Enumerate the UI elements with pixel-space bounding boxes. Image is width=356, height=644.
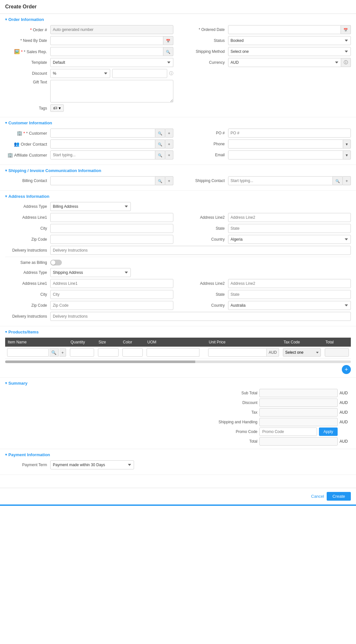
billing-address-line2-input[interactable] [228,213,351,222]
shipping-country-label: Country [183,303,228,308]
need-by-date-calendar-icon[interactable] [163,36,173,45]
shipping-invoice-title[interactable]: Shipping / Invoice Communication Informa… [5,168,351,173]
shipping-delivery-input[interactable] [50,312,351,321]
shipping-address-line2-input[interactable] [228,279,351,288]
horizontal-scrollbar[interactable] [5,360,351,363]
add-product-row-button[interactable]: + [342,365,351,374]
affiliate-search-icon[interactable] [155,150,165,159]
apply-button[interactable]: Apply [319,428,338,436]
template-select[interactable]: Default [50,58,173,67]
po-input[interactable] [228,129,351,138]
billing-address-line1-input[interactable]: North Fort Myers [50,213,173,222]
payment-section: Payment Information Payment Term Payment… [0,449,356,475]
sales-rep-label: 🖼️* * Sales Rep. [5,49,50,54]
payment-title[interactable]: Payment Information [5,452,351,457]
customer-information-title[interactable]: Customer Information [5,120,351,125]
affiliate-input[interactable] [50,150,155,159]
summary-title[interactable]: Summary [5,381,351,386]
billing-city-input[interactable]: Ioaria [50,224,173,233]
products-title[interactable]: Products/Items [5,330,351,334]
email-input[interactable]: littey94@gmail.com [228,150,343,159]
gift-text-textarea[interactable] [50,80,173,102]
col-total: Total [323,338,351,347]
shipping-city-input[interactable] [50,290,173,299]
customer-input[interactable]: Dreamland Bowl [50,129,155,138]
affiliate-add-icon[interactable]: + [165,150,173,159]
size-input[interactable] [98,348,119,357]
discount-value-input[interactable]: 0.00 [112,69,167,78]
shipping-method-select[interactable]: Select one [228,47,351,56]
shipping-contact-add-icon[interactable]: + [343,176,351,185]
payment-term-select[interactable]: Payment made within 30 Days [50,460,134,469]
need-by-date-input[interactable]: 07/09/2017 [50,36,163,45]
item-name-input[interactable]: Rivka Graphic [7,348,49,357]
color-input[interactable] [122,348,143,357]
quantity-input[interactable]: 100 [70,348,94,357]
same-as-billing-label: Same as Billing [5,260,50,265]
item-search-icon[interactable]: 🔍 [49,348,59,357]
sales-rep-search-icon[interactable] [163,47,173,56]
shipping-address-type-select[interactable]: Shipping Address [50,268,131,277]
billing-contact-input[interactable]: William Berenson [50,176,155,185]
total-currency: AUD [340,439,351,444]
order-contact-add-icon[interactable]: + [165,139,173,149]
shipping-country-select[interactable]: Australia Algeria [228,301,351,310]
billing-delivery-input[interactable] [50,246,351,255]
summary-section: Summary Sub Total 700000.00 AUD Discount… [0,378,356,449]
products-section: Products/Items Item Name Quantity Size C… [0,326,356,378]
email-label: Email [183,153,228,157]
billing-state-input[interactable] [228,224,351,233]
phone-input[interactable]: 789-55-362 [228,139,343,149]
payment-term-label: Payment Term [5,463,50,467]
tax-currency: AUD [340,410,351,415]
affiliate-label: 🏢Affiliate Customer [5,152,50,158]
shipping-address-line2-label: Address Line2 [183,281,228,286]
ordered-date-calendar-icon[interactable] [341,25,351,34]
status-select[interactable]: Booked Draft [228,36,351,45]
shipping-contact-input[interactable] [228,176,333,185]
same-as-billing-toggle[interactable] [50,260,62,265]
order-contact-label: 👥Order Contact [5,141,50,147]
billing-city-label: City [5,226,50,231]
order-information-title[interactable]: Order Information [5,17,351,22]
shipping-contact-search-icon[interactable] [333,176,343,185]
sales-rep-input[interactable]: Katie Dustin [50,47,163,56]
cancel-button[interactable]: Cancel [311,492,324,501]
customer-search-icon[interactable] [155,129,165,138]
customer-add-icon[interactable]: + [165,129,173,138]
uom-input[interactable]: Each [147,348,199,357]
tax-code-select[interactable]: Select one [283,348,321,357]
shipping-zip-label: Zip Code [5,303,50,308]
subtotal-value: 700000.00 [259,389,338,397]
ordered-date-label: * Ordered Date [183,27,228,32]
billing-country-select[interactable]: Algeria Australia [228,235,351,244]
shipping-zip-input[interactable] [50,301,173,310]
order-contact-search-icon[interactable] [155,139,165,149]
unit-price-input[interactable]: 7000.00 [208,348,267,357]
order-contact-input[interactable]: William Berenson [50,139,155,149]
billing-contact-add-icon[interactable]: + [165,176,173,185]
ordered-date-input[interactable]: 07/09/2017 [228,25,341,34]
item-add-icon[interactable]: + [59,348,66,357]
shipping-address-line1-input[interactable] [50,279,173,288]
billing-address-type-label: Address Type [5,204,50,209]
address-information-title[interactable]: Address Information [5,194,351,199]
tags-button[interactable]: 🏷 ▾ [50,104,64,112]
customer-information-section: Customer Information 🏢* * Customer Dream… [0,117,356,165]
shipping-city-label: City [5,292,50,297]
phone-dropdown-icon[interactable]: ▾ [343,139,351,149]
currency-select[interactable]: AUD USD [228,58,342,67]
discount-type-select[interactable]: % $ [50,69,110,78]
promo-code-input[interactable] [259,428,317,436]
products-table: Item Name Quantity Size Color UOM Unit P… [5,338,351,359]
email-dropdown-icon[interactable]: ▾ [343,150,351,159]
billing-contact-search-icon[interactable] [155,176,165,185]
create-button[interactable]: Create [327,492,351,501]
template-label: Template [5,60,50,65]
shipping-delivery-label: Delivery Instructions [5,314,50,319]
shipping-state-input[interactable] [228,290,351,299]
billing-address-type-select[interactable]: Billing Address [50,202,131,211]
currency-info-icon[interactable]: ⓘ [341,58,351,67]
tags-label: Tags [5,106,50,111]
billing-zip-input[interactable]: 50259 [50,235,173,244]
